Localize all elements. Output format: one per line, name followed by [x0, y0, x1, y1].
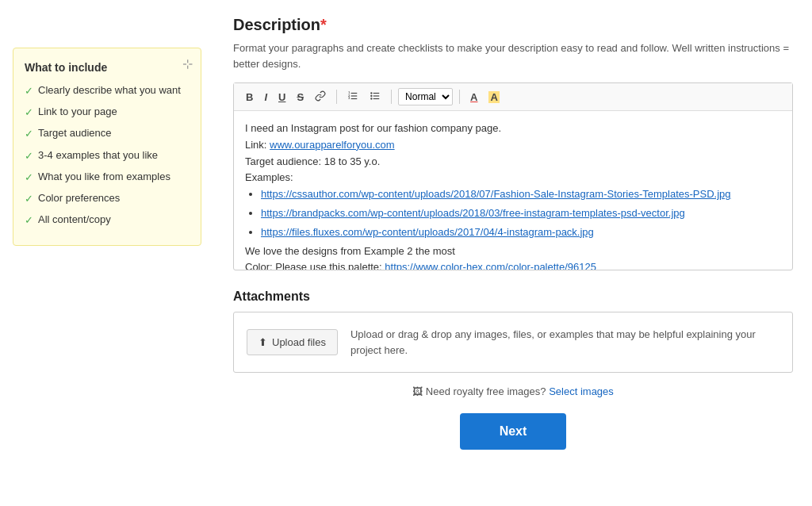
unordered-list-button[interactable]	[366, 88, 385, 105]
strikethrough-button[interactable]: S	[293, 90, 308, 105]
italic-button[interactable]: I	[260, 90, 271, 105]
editor-line-1: I need an Instagram post for our fashion…	[245, 121, 781, 137]
royalty-free-text: Need royalty free images?	[426, 385, 546, 397]
required-marker: *	[320, 16, 327, 33]
what-to-include-title: What to include	[25, 61, 190, 74]
check-icon: ✓	[25, 127, 33, 141]
list-item: ✓ Clearly describe what you want	[25, 83, 190, 98]
svg-rect-7	[373, 93, 380, 94]
drag-icon[interactable]: ⊹	[182, 56, 193, 71]
royalty-free-section: 🖼 Need royalty free images? Select image…	[233, 385, 793, 397]
svg-rect-2	[351, 98, 358, 99]
check-icon: ✓	[25, 192, 33, 206]
section-title: Description*	[233, 16, 793, 34]
svg-rect-1	[351, 95, 358, 96]
link-color-palette[interactable]: https://www.color-hex.com/color-palette/…	[385, 261, 596, 270]
list-item: ✓ What you like from examples	[25, 170, 190, 185]
list-item: ✓ Color preferences	[25, 191, 190, 206]
upload-btn-label: Upload files	[272, 336, 326, 348]
svg-text:3: 3	[348, 97, 350, 100]
royalty-free-icon: 🖼	[412, 385, 423, 397]
upload-files-button[interactable]: ⬆ Upload files	[247, 329, 338, 355]
toolbar-divider-3	[459, 90, 460, 104]
font-highlight-button[interactable]: A	[485, 90, 503, 105]
editor-line-4: Examples:	[245, 170, 781, 186]
list-item: ✓ Link to your page	[25, 105, 190, 120]
ordered-list-button[interactable]: 123	[343, 88, 362, 105]
link-button[interactable]	[311, 88, 330, 105]
attachments-title: Attachments	[233, 289, 793, 304]
next-button[interactable]: Next	[460, 413, 567, 450]
check-icon: ✓	[25, 84, 33, 98]
link-ourapparel[interactable]: www.ourapparelforyou.com	[270, 139, 395, 151]
editor-wrapper: I need an Instagram post for our fashion…	[234, 111, 792, 270]
check-icon: ✓	[25, 105, 33, 120]
upload-description: Upload or drag & drop any images, files,…	[350, 327, 779, 358]
editor-examples-list: https://cssauthor.com/wp-content/uploads…	[261, 186, 781, 240]
svg-rect-0	[351, 93, 358, 94]
editor-line-6: Color: Please use this palette: https://…	[245, 259, 781, 270]
editor-line-5: We love the designs from Example 2 the m…	[245, 243, 781, 260]
select-images-link[interactable]: Select images	[549, 385, 614, 397]
check-icon: ✓	[25, 149, 33, 163]
bold-button[interactable]: B	[242, 90, 257, 105]
editor-body[interactable]: I need an Instagram post for our fashion…	[234, 111, 792, 270]
editor-line-3: Target audience: 18 to 35 y.o.	[245, 154, 781, 171]
check-icon: ✓	[25, 213, 33, 228]
main-content: Description* Format your paragraphs and …	[214, 0, 812, 506]
upload-icon: ⬆	[259, 336, 267, 348]
svg-point-6	[370, 92, 372, 94]
format-select[interactable]: Normal	[398, 88, 453, 105]
toolbar-divider	[336, 90, 337, 104]
svg-rect-9	[373, 95, 380, 96]
sidebar: ⊹ What to include ✓ Clearly describe wha…	[0, 0, 214, 506]
what-to-include-box: ⊹ What to include ✓ Clearly describe wha…	[13, 48, 201, 246]
svg-point-8	[370, 95, 372, 97]
svg-rect-11	[373, 98, 380, 99]
font-color-button[interactable]: A	[466, 90, 481, 105]
list-item: ✓ Target audience	[25, 126, 190, 141]
list-item: ✓ All content/copy	[25, 213, 190, 228]
section-description: Format your paragraphs and create checkl…	[233, 40, 793, 71]
example-link-1[interactable]: https://cssauthor.com/wp-content/uploads…	[261, 188, 731, 200]
editor-container: B I U S 123 Normal A A	[233, 82, 793, 270]
underline-button[interactable]: U	[274, 90, 289, 105]
editor-toolbar: B I U S 123 Normal A A	[234, 83, 792, 111]
check-icon: ✓	[25, 171, 33, 185]
toolbar-divider-2	[391, 90, 392, 104]
example-link-3[interactable]: https://files.fluxes.com/wp-content/uplo…	[261, 226, 594, 238]
editor-line-2: Link: www.ourapparelforyou.com	[245, 137, 781, 154]
attachments-box: ⬆ Upload files Upload or drag & drop any…	[233, 312, 793, 373]
list-item: ✓ 3-4 examples that you like	[25, 148, 190, 163]
svg-point-10	[370, 98, 372, 99]
example-link-2[interactable]: https://brandpacks.com/wp-content/upload…	[261, 207, 685, 219]
